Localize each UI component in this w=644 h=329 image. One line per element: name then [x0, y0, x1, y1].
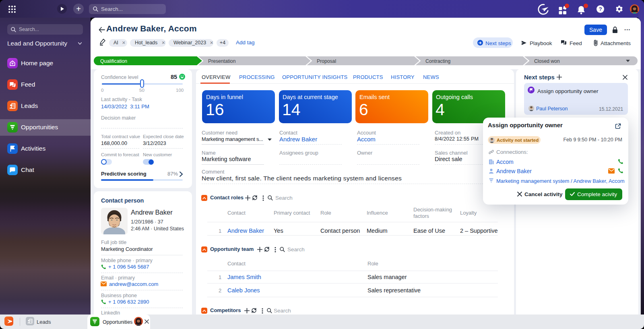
svg-text:Presentation: Presentation: [208, 58, 235, 64]
svg-text:Proposal: Proposal: [317, 58, 336, 64]
svg-text:Closed won: Closed won: [534, 58, 560, 64]
svg-text:Qualification: Qualification: [100, 58, 127, 64]
svg-text:Contracting: Contracting: [425, 58, 450, 64]
